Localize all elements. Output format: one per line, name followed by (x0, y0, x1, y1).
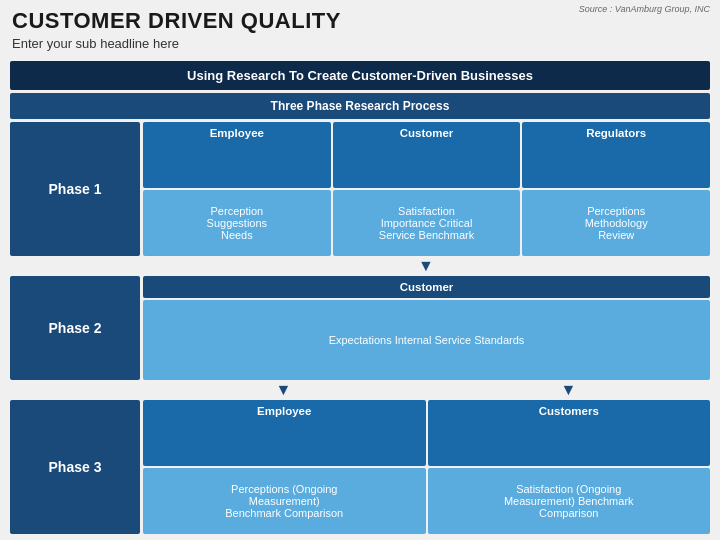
phase2-content: Customer Expectations Internal Service S… (143, 276, 710, 381)
phase3-row: Phase 3 Employee Customers Perceptions (… (10, 400, 710, 534)
phase1-content: Employee Customer Regulators Perception … (143, 122, 710, 256)
phase3-bodies: Perceptions (Ongoing Measurement) Benchm… (143, 468, 710, 534)
phase3-headers: Employee Customers (143, 400, 710, 466)
phase1-col1-header: Employee (143, 122, 331, 188)
phase1-col2-body: Satisfaction Importance Critical Service… (333, 190, 521, 256)
phase1-col3-header: Regulators (522, 122, 710, 188)
header-area: Source : VanAmburg Group, INC CUSTOMER D… (0, 0, 720, 55)
page-wrapper: Source : VanAmburg Group, INC CUSTOMER D… (0, 0, 720, 540)
phase1-row: Phase 1 Employee Customer Regulators Per… (10, 122, 710, 256)
source-text: Source : VanAmburg Group, INC (579, 4, 710, 14)
phase3-arrow-left: ▼ (142, 382, 425, 398)
phase2-body: Expectations Internal Service Standards (143, 300, 710, 381)
phase1-col2-header: Customer (333, 122, 521, 188)
phase3-label: Phase 3 (10, 400, 140, 534)
phase1-bodies: Perception Suggestions Needs Satisfactio… (143, 190, 710, 256)
arrow-down-phase2: ▼ (418, 258, 434, 274)
phase1-label: Phase 1 (10, 122, 140, 256)
phase3-col1-body: Perceptions (Ongoing Measurement) Benchm… (143, 468, 426, 534)
sub-headline: Enter your sub headline here (12, 36, 708, 51)
phase1-col3-body: Perceptions Methodology Review (522, 190, 710, 256)
arrow-down-phase3-right: ▼ (561, 382, 577, 398)
phase2-label: Phase 2 (10, 276, 140, 381)
subtitle-row: Three Phase Research Process (10, 93, 710, 119)
phase3-arrow-right: ▼ (427, 382, 710, 398)
diagram-area: Using Research To Create Customer-Driven… (0, 55, 720, 540)
arrow-down-phase3-left: ▼ (276, 382, 292, 398)
phase3-col1-header: Employee (143, 400, 426, 466)
phase1-col1-body: Perception Suggestions Needs (143, 190, 331, 256)
phase2-arrow-content: ▼ (142, 258, 710, 274)
phase2-arrow-row: ▼ (10, 259, 710, 273)
phase1-headers: Employee Customer Regulators (143, 122, 710, 188)
banner-row: Using Research To Create Customer-Driven… (10, 61, 710, 90)
phase3-arrows: ▼ ▼ (142, 382, 710, 398)
phase2-row: Phase 2 Customer Expectations Internal S… (10, 276, 710, 381)
phase2-header: Customer (143, 276, 710, 298)
phase3-content: Employee Customers Perceptions (Ongoing … (143, 400, 710, 534)
phase3-col2-header: Customers (428, 400, 711, 466)
phase3-arrow-row: ▼ ▼ (10, 383, 710, 397)
phase3-col2-body: Satisfaction (Ongoing Measurement) Bench… (428, 468, 711, 534)
